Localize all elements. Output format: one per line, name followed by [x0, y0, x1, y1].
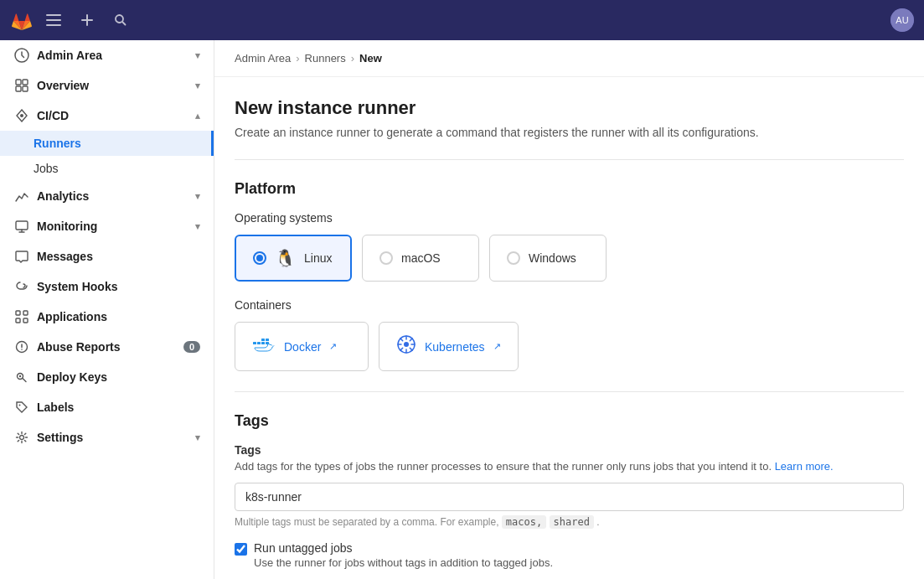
gitlab-logo[interactable] [10, 8, 34, 32]
untagged-jobs-checkbox[interactable] [235, 543, 247, 556]
svg-point-18 [21, 349, 23, 350]
container-option-kubernetes[interactable]: Kubernetes ↗ [379, 322, 519, 371]
admin-area-icon [13, 47, 30, 64]
tags-input[interactable] [235, 483, 904, 511]
tags-field-group: Tags Add tags for the types of jobs the … [235, 443, 904, 528]
sidebar-monitoring[interactable]: Monitoring ▾ [0, 211, 214, 241]
settings-label: Settings [37, 431, 83, 444]
jobs-label: Jobs [34, 162, 59, 175]
breadcrumb-new: New [359, 52, 382, 65]
overview-icon [13, 77, 30, 94]
svg-rect-13 [16, 311, 20, 315]
sidebar-system-hooks[interactable]: System Hooks [0, 271, 214, 302]
settings-chevron: ▾ [195, 432, 200, 443]
page-description: Create an instance runner to generate a … [235, 126, 904, 139]
labels-icon [13, 399, 30, 416]
tags-description: Add tags for the types of jobs the runne… [235, 460, 904, 473]
docker-external-icon: ↗ [329, 341, 337, 352]
svg-point-21 [19, 405, 21, 406]
os-option-macos[interactable]: macOS [362, 235, 479, 282]
deploy-keys-label: Deploy Keys [37, 370, 107, 384]
user-avatar[interactable]: AU [890, 8, 914, 32]
sidebar-overview[interactable]: Overview ▾ [0, 70, 214, 101]
topbar: AU [0, 0, 924, 40]
messages-label: Messages [37, 250, 93, 263]
cicd-label: CI/CD [37, 109, 69, 122]
os-option-windows[interactable]: Windows [489, 235, 607, 282]
system-hooks-icon [13, 278, 30, 295]
breadcrumb: Admin Area › Runners › New [214, 40, 924, 77]
svg-rect-27 [261, 339, 265, 341]
svg-rect-23 [253, 342, 256, 344]
svg-rect-2 [46, 24, 61, 26]
docker-icon [252, 335, 276, 358]
svg-rect-28 [266, 339, 269, 341]
os-radio-linux [253, 251, 266, 265]
new-item-button[interactable] [74, 7, 101, 34]
abuse-reports-label: Abuse Reports [37, 340, 121, 354]
search-button[interactable] [107, 7, 134, 34]
abuse-reports-badge: 0 [183, 341, 200, 353]
admin-area-label: Admin Area [37, 49, 102, 62]
os-option-linux[interactable]: 🐧 Linux [235, 235, 352, 282]
kubernetes-label: Kubernetes [425, 340, 485, 354]
analytics-icon [13, 188, 30, 204]
page-title: New instance runner [235, 97, 904, 119]
main-content: Admin Area › Runners › New New instance … [214, 40, 924, 579]
sidebar-labels[interactable]: Labels [0, 392, 214, 422]
cicd-chevron: ▴ [195, 111, 200, 121]
abuse-reports-icon [13, 339, 30, 355]
labels-label: Labels [37, 401, 74, 414]
tags-hint-end: . [596, 516, 599, 528]
sidebar-analytics[interactable]: Analytics ▾ [0, 181, 214, 211]
sidebar-settings[interactable]: Settings ▾ [0, 422, 214, 452]
svg-rect-16 [23, 318, 28, 323]
page-content: New instance runner Create an instance r… [214, 77, 924, 579]
svg-rect-7 [16, 80, 21, 85]
kubernetes-external-icon: ↗ [493, 341, 501, 352]
divider-1 [235, 159, 904, 160]
svg-rect-8 [23, 80, 28, 85]
docker-label: Docker [284, 340, 321, 354]
runners-label: Runners [34, 137, 81, 150]
svg-point-20 [19, 375, 21, 377]
tags-hint-code1: macos, [502, 515, 546, 529]
svg-point-3 [116, 15, 123, 23]
os-radio-macos [379, 251, 393, 265]
svg-point-22 [20, 436, 24, 440]
sidebar-cicd[interactable]: CI/CD ▴ [0, 101, 214, 131]
kubernetes-icon [396, 334, 416, 359]
untagged-jobs-row: Run untagged jobs Use the runner for job… [235, 541, 904, 569]
sidebar-messages[interactable]: Messages [0, 241, 214, 271]
breadcrumb-sep-2: › [351, 52, 354, 65]
breadcrumb-admin-area[interactable]: Admin Area [235, 52, 291, 65]
sidebar-admin-area-header[interactable]: Admin Area ▾ [0, 40, 214, 70]
svg-rect-14 [23, 311, 28, 315]
sidebar-abuse-reports[interactable]: Abuse Reports 0 [0, 332, 214, 362]
tags-hint-code2: shared [550, 515, 594, 529]
svg-point-11 [20, 114, 23, 117]
monitoring-label: Monitoring [37, 220, 97, 233]
overview-chevron: ▾ [195, 80, 200, 91]
untagged-jobs-desc: Use the runner for jobs without tags in … [254, 556, 553, 569]
container-options-group: Docker ↗ Kubernetes ↗ [235, 322, 904, 371]
sidebar-item-runners[interactable]: Runners [0, 131, 214, 156]
linux-label: Linux [304, 251, 332, 265]
sidebar-toggle-button[interactable] [40, 7, 67, 34]
applications-label: Applications [37, 310, 107, 323]
os-label: Operating systems [235, 211, 904, 225]
svg-rect-0 [46, 14, 61, 16]
sidebar-applications[interactable]: Applications [0, 302, 214, 332]
svg-rect-24 [257, 342, 261, 344]
tags-field-label: Tags [235, 443, 904, 457]
untagged-jobs-label[interactable]: Run untagged jobs [254, 541, 353, 555]
breadcrumb-runners[interactable]: Runners [305, 52, 346, 65]
sidebar-deploy-keys[interactable]: Deploy Keys [0, 362, 214, 392]
sidebar-item-jobs[interactable]: Jobs [0, 156, 214, 181]
overview-label: Overview [37, 79, 89, 92]
linux-icon: 🐧 [275, 248, 296, 268]
breadcrumb-sep-1: › [296, 52, 299, 65]
container-option-docker[interactable]: Docker ↗ [235, 322, 369, 371]
svg-rect-10 [23, 86, 28, 91]
tags-learn-more-link[interactable]: Learn more. [775, 460, 834, 473]
